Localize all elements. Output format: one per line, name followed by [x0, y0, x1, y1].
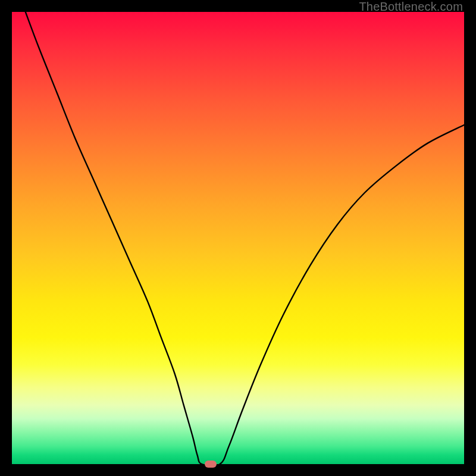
curve-svg — [12, 12, 464, 464]
bottleneck-curve — [26, 12, 464, 464]
plot-area — [12, 12, 464, 464]
chart-frame: TheBottleneck.com — [0, 0, 476, 476]
minimum-marker — [205, 461, 217, 468]
